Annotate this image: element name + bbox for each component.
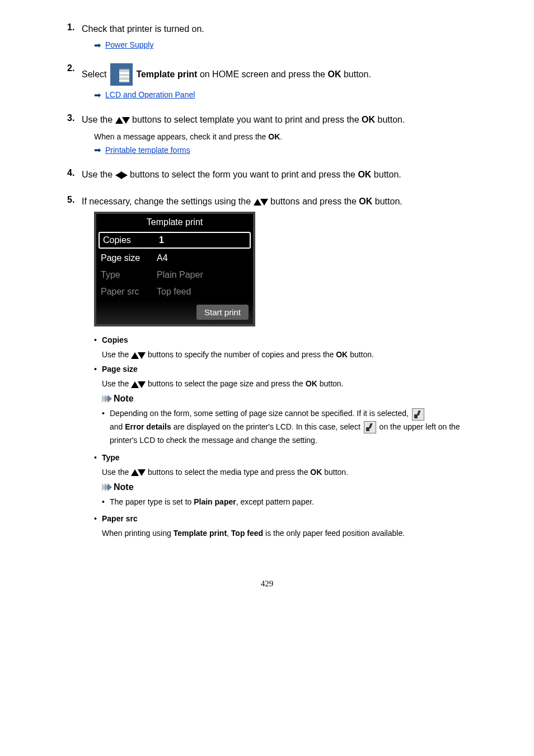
page-number: 429 xyxy=(0,568,534,600)
note-chevrons-icon xyxy=(102,395,110,403)
down-arrow-icon xyxy=(260,199,268,206)
error-icon xyxy=(412,408,424,421)
copies-title: Copies xyxy=(102,335,128,344)
step-3-link-row: ➡ Printable template forms xyxy=(94,146,190,155)
step-2-pre: Select xyxy=(82,69,109,79)
type-pre: Use the xyxy=(102,468,131,477)
step-1-text: Check that printer is turned on. xyxy=(82,22,467,36)
lcd-row: TypePlain Paper xyxy=(96,267,253,283)
lcd-title: Template print xyxy=(96,214,253,231)
paper-src-pre: When printing using xyxy=(102,529,174,538)
down-arrow-icon xyxy=(138,381,146,388)
lcd-operation-link[interactable]: LCD and Operation Panel xyxy=(105,90,195,99)
note-label: Note xyxy=(114,482,134,492)
ok-label: OK xyxy=(362,115,375,124)
type-note: Note The paper type is set to Plain pape… xyxy=(102,482,467,509)
note-header: Note xyxy=(102,394,467,404)
page-size-note: Note Depending on the form, some setting… xyxy=(102,394,467,447)
lcd-row: Paper srcTop feed xyxy=(96,283,253,300)
lcd-row: Page sizeA4 xyxy=(96,250,253,267)
lcd-row-value: 1 xyxy=(159,235,164,245)
setting-copies: Copies Use the buttons to specify the nu… xyxy=(94,335,467,359)
arrow-icon: ➡ xyxy=(94,41,103,49)
ok-label: OK xyxy=(359,197,372,206)
down-arrow-icon xyxy=(122,117,130,124)
error-details-label: Error details xyxy=(125,422,171,431)
note-body: The paper type is set to Plain paper, ex… xyxy=(102,496,467,509)
type-post: buttons to select the media type and pre… xyxy=(148,468,310,477)
step-2-post2: button. xyxy=(344,69,371,79)
type-body: Use the buttons to select the media type… xyxy=(102,468,467,477)
step-5-pre: If necessary, change the settings using … xyxy=(82,197,254,206)
step-4-text: Use the buttons to select the form you w… xyxy=(82,168,467,181)
template-print-icon xyxy=(110,63,133,86)
lcd-panel: Template print Copies1Page sizeA4TypePla… xyxy=(94,212,255,326)
power-supply-link[interactable]: Power Supply xyxy=(105,40,153,49)
page-size-note-item: Depending on the form, some setting of p… xyxy=(102,407,467,447)
ok-label: OK xyxy=(310,468,322,477)
type-post2: button. xyxy=(324,468,348,477)
ok-label: OK xyxy=(268,132,280,141)
setting-type: Type Use the buttons to select the media… xyxy=(94,453,467,509)
copies-post2: button. xyxy=(350,350,374,359)
step-5-post: buttons and press the xyxy=(270,197,359,206)
step-5: If necessary, change the settings using … xyxy=(67,195,467,538)
step-5-text: If necessary, change the settings using … xyxy=(82,195,467,208)
step-2-post: on HOME screen and press the xyxy=(200,69,328,79)
printable-template-link[interactable]: Printable template forms xyxy=(105,146,190,155)
ok-label: OK xyxy=(336,350,348,359)
ok-label: OK xyxy=(358,170,371,179)
step-2-bold: Template print xyxy=(136,69,197,79)
right-arrow-icon xyxy=(121,171,128,179)
note-label: Note xyxy=(114,394,134,404)
step-3-sub: When a message appears, check it and pre… xyxy=(94,132,467,141)
error-icon xyxy=(364,421,376,433)
type-note-item: The paper type is set to Plain paper, ex… xyxy=(102,496,467,509)
step-1: Check that printer is turned on. ➡ Power… xyxy=(67,22,467,50)
template-print-label: Template print xyxy=(174,529,227,538)
top-feed-label: Top feed xyxy=(231,529,263,538)
note-body: Depending on the form, some setting of p… xyxy=(102,407,467,447)
step-2: Select Template print on HOME screen and… xyxy=(67,63,467,100)
step-4: Use the buttons to select the form you w… xyxy=(67,168,467,181)
lcd-row-value: Plain Paper xyxy=(157,270,203,280)
page-size-post2: button. xyxy=(320,379,344,388)
lcd-row-label: Copies xyxy=(103,235,159,245)
copies-body: Use the buttons to specify the number of… xyxy=(102,350,467,359)
lcd-row-value: Top feed xyxy=(157,287,191,297)
copies-pre: Use the xyxy=(102,350,131,359)
copies-post: buttons to specify the number of copies … xyxy=(148,350,336,359)
start-print-button: Start print xyxy=(196,305,249,320)
step-4-post: buttons to select the form you want to p… xyxy=(130,170,358,179)
step-3-pre: Use the xyxy=(82,115,115,124)
step-2-text: Select Template print on HOME screen and… xyxy=(82,63,467,86)
step-5-post2: button. xyxy=(375,197,402,206)
arrow-icon: ➡ xyxy=(94,146,103,154)
lcd-row-value: A4 xyxy=(157,253,168,263)
step-3-sub-post: . xyxy=(280,132,282,141)
step-1-link-row: ➡ Power Supply xyxy=(94,40,153,49)
step-4-post2: button. xyxy=(374,170,401,179)
lcd-row-label: Paper src xyxy=(101,287,157,297)
step-3-post: buttons to select template you want to p… xyxy=(132,115,362,124)
step-1-body: Check that printer is turned on. xyxy=(82,24,204,34)
ok-label: OK xyxy=(327,69,341,79)
note-text: are displayed on the printer's LCD. In t… xyxy=(174,422,363,431)
note-text: and xyxy=(110,422,125,431)
step-2-link-row: ➡ LCD and Operation Panel xyxy=(94,90,195,99)
note-text: , except pattern paper. xyxy=(236,497,314,506)
note-text: Depending on the form, some setting of p… xyxy=(110,409,411,418)
setting-page-size: Page size Use the buttons to select the … xyxy=(94,365,467,447)
note-header: Note xyxy=(102,482,467,492)
paper-src-title: Paper src xyxy=(102,514,138,523)
note-text: The paper type is set to xyxy=(110,497,194,506)
page-size-pre: Use the xyxy=(102,379,131,388)
lcd-footer: Start print xyxy=(96,300,253,324)
settings-list: Copies Use the buttons to specify the nu… xyxy=(94,335,467,538)
plain-paper-label: Plain paper xyxy=(194,497,236,506)
lcd-row-label: Page size xyxy=(101,253,157,263)
arrow-icon: ➡ xyxy=(94,91,103,99)
note-chevrons-icon xyxy=(102,483,110,491)
page-size-body: Use the buttons to select the page size … xyxy=(102,379,467,388)
paper-src-mid: , xyxy=(227,529,231,538)
